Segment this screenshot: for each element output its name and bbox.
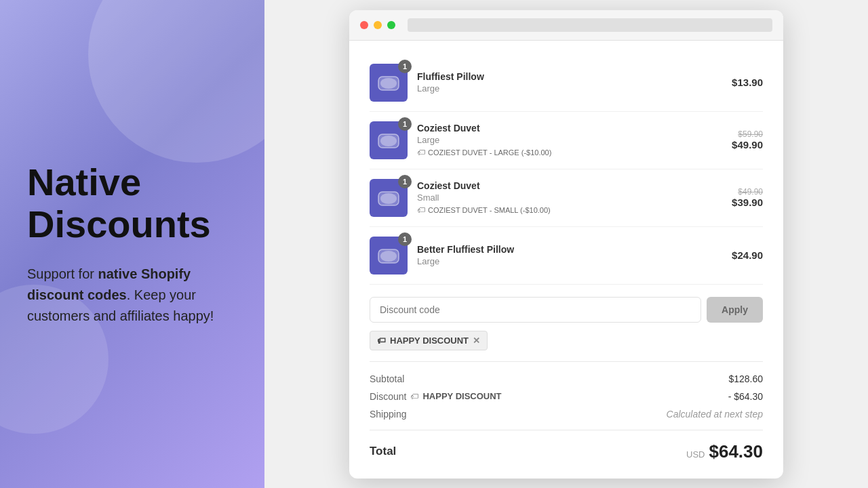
product-price: $59.90 $49.90 — [732, 129, 763, 151]
product-variant: Large — [417, 83, 722, 94]
discount-tag-icon-small: 🏷 — [410, 392, 418, 401]
product-image-wrap: 1 — [370, 179, 408, 217]
product-price: $24.90 — [732, 249, 763, 262]
total-divider — [370, 430, 763, 430]
discount-label-wrap: Discount 🏷 HAPPY DISCOUNT — [370, 391, 502, 402]
shipping-label: Shipping — [370, 409, 407, 420]
product-info: Coziest Duvet Large 🏷 COZIEST DUVET - LA… — [408, 123, 732, 157]
product-price: $49.90 $39.90 — [732, 187, 763, 209]
product-row: 1 Fluffiest Pillow Large $13.90 — [370, 54, 763, 112]
product-variant: Large — [417, 135, 722, 145]
product-row: 1 Coziest Duvet Large 🏷 COZIEST DUVET - … — [370, 112, 763, 169]
product-image-wrap: 1 — [370, 64, 408, 102]
product-variant: Large — [417, 256, 722, 266]
product-info: Fluffiest Pillow Large — [408, 71, 732, 94]
product-info: Coziest Duvet Small 🏷 COZIEST DUVET - SM… — [408, 180, 732, 215]
product-discount-code: COZIEST DUVET - SMALL (-$10.00) — [428, 206, 551, 214]
traffic-light-red[interactable] — [360, 21, 368, 29]
product-discount-tag: 🏷 COZIEST DUVET - SMALL (-$10.00) — [417, 205, 722, 215]
hero-title: NativeDiscounts — [27, 161, 237, 245]
cart-content: 1 Fluffiest Pillow Large $13.90 1 — [349, 41, 783, 479]
left-panel: NativeDiscounts Support for native Shopi… — [0, 0, 264, 488]
subtotal-value: $128.60 — [728, 373, 763, 384]
svg-point-7 — [380, 193, 397, 204]
product-image-wrap: 1 — [370, 237, 408, 274]
traffic-light-yellow[interactable] — [374, 21, 382, 29]
shipping-value: Calculated at next step — [667, 409, 763, 420]
price-current: $13.90 — [732, 77, 763, 88]
discount-tag-label: HAPPY DISCOUNT — [390, 336, 469, 346]
product-quantity-badge: 1 — [398, 232, 412, 246]
product-quantity-badge: 1 — [398, 175, 412, 188]
subtotal-row: Subtotal $128.60 — [370, 370, 763, 388]
price-current: $24.90 — [732, 249, 763, 261]
discount-value: - $64.30 — [728, 391, 763, 402]
discount-section: Apply 🏷 HAPPY DISCOUNT ✕ Subtotal $128.6… — [370, 285, 763, 465]
product-list: 1 Fluffiest Pillow Large $13.90 1 — [370, 54, 763, 285]
apply-button[interactable]: Apply — [707, 297, 763, 323]
product-price: $13.90 — [732, 77, 763, 89]
browser-window: 1 Fluffiest Pillow Large $13.90 1 — [349, 10, 783, 479]
product-name: Coziest Duvet — [417, 123, 722, 134]
product-name: Fluffiest Pillow — [417, 71, 722, 82]
tag-icon-small: 🏷 — [417, 205, 425, 215]
product-row: 1 Coziest Duvet Small 🏷 COZIEST DUVET - … — [370, 169, 763, 227]
discount-input-row: Apply — [370, 297, 763, 323]
discount-row: Discount 🏷 HAPPY DISCOUNT - $64.30 — [370, 388, 763, 405]
shipping-row: Shipping Calculated at next step — [370, 405, 763, 423]
total-price-wrap: USD $64.30 — [686, 441, 763, 462]
product-quantity-badge: 1 — [398, 60, 412, 73]
total-amount: $64.30 — [709, 441, 763, 462]
svg-point-4 — [380, 136, 397, 146]
total-row: Total USD $64.30 — [370, 439, 763, 465]
discount-code-input[interactable] — [370, 297, 701, 323]
price-current: $49.90 — [732, 139, 763, 150]
product-quantity-badge: 1 — [398, 117, 412, 131]
applied-discount-tags: 🏷 HAPPY DISCOUNT ✕ — [370, 331, 763, 350]
traffic-light-green[interactable] — [387, 21, 395, 29]
summary-divider — [370, 361, 763, 362]
product-row: 1 Better Fluffiest Pillow Large $24.90 — [370, 227, 763, 285]
tag-icon-small: 🏷 — [417, 148, 425, 157]
address-bar — [408, 18, 772, 32]
product-name: Coziest Duvet — [417, 180, 722, 191]
product-info: Better Fluffiest Pillow Large — [408, 244, 732, 266]
svg-point-10 — [380, 251, 397, 262]
price-original: $59.90 — [732, 129, 763, 139]
svg-point-1 — [380, 78, 397, 89]
total-label: Total — [370, 445, 396, 458]
product-discount-tag: 🏷 COZIEST DUVET - LARGE (-$10.00) — [417, 148, 722, 157]
hero-description: Support for native Shopify discount code… — [27, 264, 237, 327]
browser-titlebar — [349, 10, 783, 41]
total-currency: USD — [686, 449, 705, 460]
product-variant: Small — [417, 192, 722, 203]
product-discount-code: COZIEST DUVET - LARGE (-$10.00) — [428, 148, 551, 157]
price-current: $39.90 — [732, 197, 763, 208]
remove-discount-tag[interactable]: ✕ — [473, 336, 480, 345]
discount-summary-code: HAPPY DISCOUNT — [422, 391, 501, 401]
discount-tag-happy: 🏷 HAPPY DISCOUNT ✕ — [370, 331, 488, 350]
product-image-wrap: 1 — [370, 121, 408, 159]
price-original: $49.90 — [732, 187, 763, 197]
discount-label: Discount — [370, 391, 406, 402]
right-panel: 1 Fluffiest Pillow Large $13.90 1 — [264, 0, 868, 488]
subtotal-label: Subtotal — [370, 373, 404, 384]
product-name: Better Fluffiest Pillow — [417, 244, 722, 255]
tag-icon: 🏷 — [377, 336, 386, 346]
